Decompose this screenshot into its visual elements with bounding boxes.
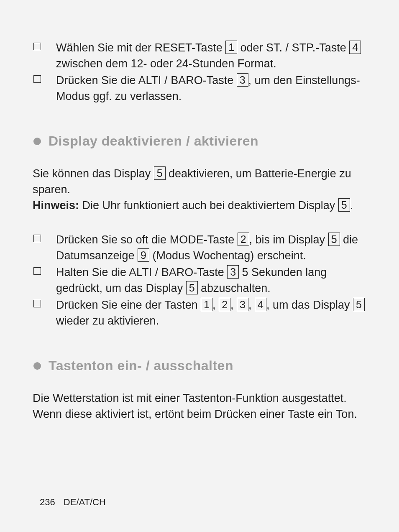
key-reference-box: 5 [154,166,166,180]
bullet-dot-icon [33,362,41,370]
page-number: 236 [40,497,55,507]
instruction-list-2: Drücken Sie so oft die MODE-Taste 2, bis… [33,232,366,329]
checkbox-bullet-icon [33,43,41,50]
key-reference-box: 3 [227,265,239,279]
key-reference-box: 4 [255,298,266,311]
instruction-list-1: Wählen Sie mit der RESET-Taste 1 oder ST… [33,40,366,104]
section-heading-1: Display deaktivieren / aktivieren [33,133,366,149]
list-item: Halten Sie die ALTI / BARO-Taste 3 5 Sek… [33,264,366,296]
list-item-text: Drücken Sie so oft die MODE-Taste 2, bis… [56,232,366,263]
section-title-2: Tastenton ein- / ausschalten [49,358,233,373]
list-item: Wählen Sie mit der RESET-Taste 1 oder ST… [33,40,366,72]
list-item-text: Wählen Sie mit der RESET-Taste 1 oder ST… [56,40,366,72]
key-reference-box: 2 [219,298,230,311]
bullet-dot-icon [33,138,41,145]
key-reference-box: 3 [237,73,248,87]
key-reference-box: 1 [201,298,212,311]
note-label: Hinweis: [33,199,79,212]
page-footer: 236 DE/AT/CH [40,497,106,508]
section1-intro-block: Sie können das Display 5 deaktivieren, u… [33,166,366,213]
key-reference-box: 5 [328,233,340,246]
document-page: Wählen Sie mit der RESET-Taste 1 oder ST… [0,0,399,532]
section1-intro: Sie können das Display 5 deaktivieren, u… [33,166,366,197]
key-reference-box: 9 [138,248,149,262]
key-reference-box: 4 [349,41,361,54]
section-heading-2: Tastenton ein- / ausschalten [33,358,366,373]
list-item: Drücken Sie eine der Tasten 1, 2, 3, 4, … [33,297,366,329]
list-item-text: Halten Sie die ALTI / BARO-Taste 3 5 Sek… [56,264,366,296]
note-body: Die Uhr funktioniert auch bei deaktivier… [79,199,353,212]
list-item-text: Drücken Sie eine der Tasten 1, 2, 3, 4, … [56,297,366,329]
list-item-text: Drücken Sie die ALTI / BARO-Taste 3, um … [56,72,366,104]
checkbox-bullet-icon [33,267,41,275]
checkbox-bullet-icon [33,235,41,242]
list-item: Drücken Sie so oft die MODE-Taste 2, bis… [33,232,366,263]
key-reference-box: 3 [237,298,248,311]
section1-note: Hinweis: Die Uhr funktioniert auch bei d… [33,197,366,213]
list-item: Drücken Sie die ALTI / BARO-Taste 3, um … [33,72,366,104]
section2-intro: Die Wetterstation ist mit einer Tastento… [33,390,366,422]
key-reference-box: 5 [338,198,350,212]
key-reference-box: 5 [353,298,365,311]
checkbox-bullet-icon [33,75,41,83]
key-reference-box: 1 [225,41,237,54]
footer-locale: DE/AT/CH [64,497,106,507]
key-reference-box: 2 [238,233,249,246]
checkbox-bullet-icon [33,300,41,307]
section-title-1: Display deaktivieren / aktivieren [49,133,258,149]
key-reference-box: 5 [186,281,198,294]
